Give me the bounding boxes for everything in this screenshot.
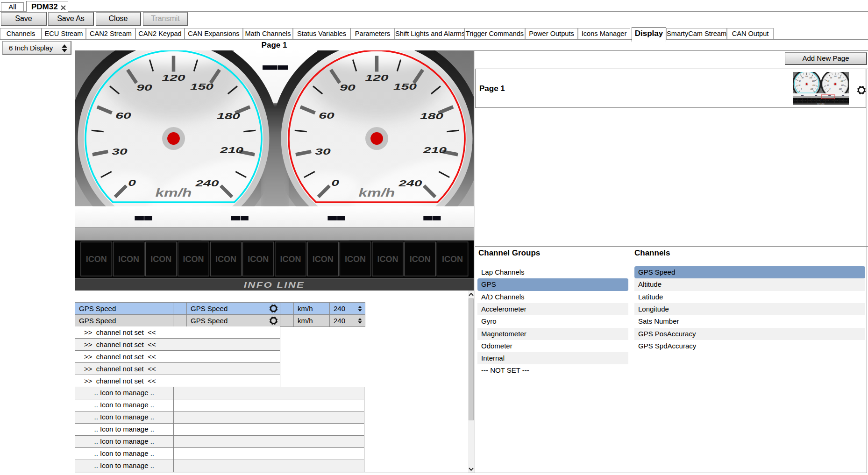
svg-text:180: 180 [217,111,240,121]
svg-text:INFO LINE: INFO LINE [817,103,825,105]
svg-text:ICON: ICON [794,99,797,101]
svg-text:ICON: ICON [817,99,820,101]
svg-text:210: 210 [423,145,447,155]
svg-text:30: 30 [112,147,128,156]
svg-text:90: 90 [136,83,152,92]
svg-text:km/h: km/h [359,187,395,199]
svg-text:ICON: ICON [840,99,843,101]
svg-text:ICON: ICON [804,99,807,101]
svg-text:90: 90 [830,77,832,79]
svg-text:0: 0 [128,178,136,188]
svg-text:ICON: ICON [86,255,107,264]
svg-text:30: 30 [827,85,829,86]
svg-text:120: 120 [365,73,389,83]
svg-text:240: 240 [839,88,842,90]
svg-text:ICON: ICON [215,255,236,264]
svg-text:ICON: ICON [248,255,269,264]
svg-text:ICON: ICON [118,255,139,264]
svg-text:120: 120 [162,73,185,83]
svg-text:ICON: ICON [345,255,366,264]
svg-text:240: 240 [810,88,813,90]
svg-text:90: 90 [340,83,356,92]
svg-text:30: 30 [315,147,331,156]
svg-text:ICON: ICON [812,99,816,101]
svg-text:0: 0 [801,88,802,90]
svg-text:ICON: ICON [183,255,204,264]
svg-text:ICON: ICON [822,99,825,101]
svg-text:180: 180 [840,80,843,82]
svg-text:210: 210 [812,85,815,86]
svg-text:210: 210 [840,85,844,86]
svg-text:150: 150 [838,77,841,79]
svg-text:ICON: ICON [799,99,802,101]
svg-text:60: 60 [799,80,801,82]
svg-text:ICON: ICON [442,255,463,264]
svg-text:ICON: ICON [808,99,811,101]
svg-text:ICON: ICON [835,99,839,101]
svg-text:150: 150 [190,82,213,92]
svg-text:30: 30 [798,85,800,86]
svg-text:0: 0 [331,178,339,188]
svg-text:240: 240 [398,178,422,188]
svg-text:ICON: ICON [826,99,829,101]
svg-text:0: 0 [830,88,831,90]
svg-text:180: 180 [420,111,443,121]
svg-text:ICON: ICON [150,255,171,264]
svg-text:60: 60 [827,80,829,82]
svg-text:180: 180 [812,80,815,82]
svg-text:240: 240 [195,178,219,188]
svg-text:ICON: ICON [377,255,398,264]
svg-text:210: 210 [220,145,243,155]
svg-text:150: 150 [810,77,812,79]
svg-text:ICON: ICON [313,255,334,264]
svg-text:INFO LINE: INFO LINE [244,280,305,289]
svg-text:120: 120 [805,76,808,78]
svg-text:ICON: ICON [410,255,431,264]
svg-text:120: 120 [834,76,837,78]
svg-text:ICON: ICON [844,99,847,101]
svg-text:60: 60 [319,111,334,121]
svg-text:ICON: ICON [831,99,834,101]
svg-text:90: 90 [802,77,804,79]
svg-text:150: 150 [393,82,417,92]
svg-text:60: 60 [115,111,131,121]
svg-text:km/h: km/h [156,187,192,199]
svg-text:ICON: ICON [280,255,301,264]
